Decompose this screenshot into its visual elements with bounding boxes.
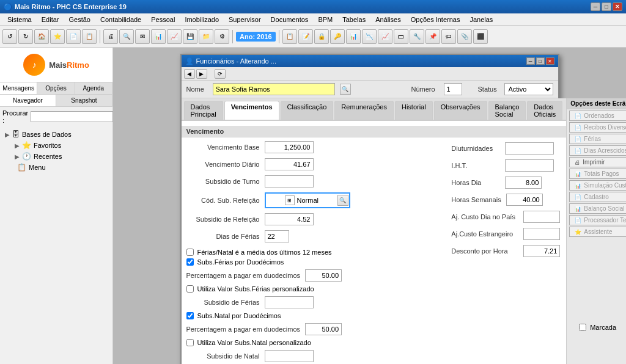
vencimento-diario-input[interactable] — [265, 158, 314, 170]
minimize-button[interactable]: ─ — [591, 2, 600, 11]
toolbar-btn-5[interactable]: 📄 — [66, 29, 81, 44]
toolbar-btn-22[interactable]: 🗃 — [394, 29, 408, 44]
panel-btn-ordenados[interactable]: 📄 Ordenados — [569, 111, 626, 121]
tab-observacoes[interactable]: Observações — [434, 101, 487, 120]
close-button[interactable]: ✕ — [613, 2, 622, 11]
panel-btn-cadastro[interactable]: 📄 Cadastro — [569, 192, 626, 202]
sidebar-tab-mensagens[interactable]: Mensagens — [0, 82, 37, 94]
menu-imobilizado[interactable]: Imobilizado — [180, 15, 224, 24]
marcada-checkbox[interactable] — [579, 324, 586, 331]
sidebar-tab-agenda[interactable]: Agenda — [75, 82, 112, 94]
dialog-maximize[interactable]: □ — [536, 57, 545, 65]
iht-input[interactable] — [505, 159, 554, 172]
toolbar-btn-10[interactable]: 📊 — [151, 29, 166, 44]
name-input[interactable] — [213, 83, 335, 95]
toolbar-btn-11[interactable]: 📈 — [167, 29, 182, 44]
dialog-toolbar-btn1[interactable]: ◀ — [184, 69, 195, 79]
tab-classificacao[interactable]: Classificação — [281, 101, 334, 120]
tab-dados-principal[interactable]: Dados Principal — [184, 101, 223, 120]
year-badge[interactable]: Ano: 2016 — [236, 32, 276, 42]
cb-utiliza-valor-natal[interactable] — [186, 339, 194, 346]
dialog-close[interactable]: ✕ — [546, 57, 554, 65]
toolbar-btn-14[interactable]: ⚙ — [215, 29, 229, 44]
cb-subs-natal[interactable] — [186, 312, 194, 319]
number-input[interactable] — [444, 83, 462, 95]
subsidio-natal-input[interactable] — [265, 350, 314, 362]
menu-sistema[interactable]: Sistema — [2, 15, 37, 24]
toolbar-btn-25[interactable]: 🏷 — [441, 29, 456, 44]
toolbar-btn-6[interactable]: 📋 — [82, 29, 97, 44]
horas-dia-input[interactable] — [505, 177, 542, 189]
tree-item-favoritos[interactable]: ▶ ⭐ Favoritos — [2, 140, 110, 151]
panel-btn-imprimir[interactable]: 🖨 Imprimir — [569, 157, 626, 167]
toolbar-btn-4[interactable]: ⭐ — [50, 29, 65, 44]
cb-subs-ferias[interactable] — [186, 258, 194, 266]
panel-btn-totais-pagos[interactable]: 📊 Totais Pagos — [569, 169, 626, 179]
panel-btn-simulacao[interactable]: 📊 Simulação Custos — [569, 180, 626, 191]
subsidio-refeicao-input[interactable] — [265, 213, 314, 225]
cb-utiliza-valor-ferias[interactable] — [186, 285, 194, 293]
desconto-hora-input[interactable] — [523, 245, 560, 257]
menu-documentos[interactable]: Documentos — [266, 15, 314, 24]
sidebar-tab-navegador[interactable]: Navegador — [0, 95, 56, 106]
subsidio-turno-input[interactable] — [265, 175, 314, 187]
panel-btn-balanco[interactable]: 📊 Balanço Social / RU — [569, 203, 626, 214]
tab-vencimentos[interactable]: Vencimentos — [224, 101, 279, 120]
tree-item-menu[interactable]: 📋 Menu — [2, 162, 110, 173]
aj-custo-estrangeiro-input[interactable] — [523, 228, 560, 240]
tab-balanco-social[interactable]: Balanço Social — [488, 101, 526, 120]
toolbar-btn-21[interactable]: 📈 — [378, 29, 392, 44]
toolbar-btn-12[interactable]: 💾 — [183, 29, 197, 44]
dias-ferias-input[interactable] — [265, 230, 289, 242]
tab-dados-oficiais[interactable]: Dados Oficiais — [527, 101, 562, 120]
tree-item-recentes[interactable]: ▶ 🕐 Recentes — [2, 151, 110, 162]
cod-sub-refeicao-lookup[interactable]: 🔍 — [337, 195, 348, 206]
cb-ferias-natal[interactable] — [186, 249, 194, 256]
subsidio-ferias-input[interactable] — [265, 296, 314, 308]
menu-supervisor[interactable]: Supervisor — [224, 15, 266, 24]
toolbar-btn-13[interactable]: 📁 — [199, 29, 213, 44]
toolbar-btn-15[interactable]: 📋 — [282, 29, 297, 44]
menu-bpm[interactable]: BPM — [313, 15, 337, 24]
tab-historial[interactable]: Historial — [395, 101, 433, 120]
toolbar-btn-27[interactable]: ⬛ — [473, 29, 488, 44]
panel-btn-recibos[interactable]: 📄 Recibos Diversos — [569, 122, 626, 133]
toolbar-btn-16[interactable]: 📝 — [298, 29, 313, 44]
vencimento-base-input[interactable] — [265, 141, 314, 153]
search-input[interactable] — [31, 111, 113, 122]
dialog-toolbar-btn2[interactable]: ▶ — [196, 69, 207, 79]
menu-gestao[interactable]: Gestão — [64, 15, 95, 24]
status-select[interactable]: Activo — [504, 83, 553, 95]
dialog-minimize[interactable]: ─ — [526, 57, 535, 65]
dialog-toolbar-btn3[interactable]: ⟳ — [215, 69, 226, 79]
toolbar-btn-2[interactable]: ↻ — [18, 29, 33, 44]
aj-custo-pais-input[interactable] — [523, 211, 560, 223]
tab-remuneracoes[interactable]: Remunerações — [334, 101, 394, 120]
toolbar-btn-19[interactable]: 📊 — [346, 29, 361, 44]
panel-btn-dias-acrescidos[interactable]: 📄 Dias Acrescidos — [569, 145, 626, 156]
toolbar-btn-20[interactable]: 📉 — [362, 29, 377, 44]
cod-sub-refeicao-input[interactable] — [267, 194, 285, 206]
horas-semanais-input[interactable] — [506, 194, 543, 206]
sidebar-tab-snapshot[interactable]: Snapshot — [56, 95, 112, 106]
toolbar-btn-23[interactable]: 🔧 — [410, 29, 424, 44]
menu-editar[interactable]: Editar — [37, 15, 64, 24]
menu-janelas[interactable]: Janelas — [465, 15, 498, 24]
maximize-button[interactable]: □ — [602, 2, 611, 11]
toolbar-btn-26[interactable]: 📎 — [457, 29, 472, 44]
menu-opcoes-internas[interactable]: Opções Internas — [406, 15, 465, 24]
toolbar-btn-1[interactable]: ↺ — [2, 29, 17, 44]
menu-pessoal[interactable]: Pessoal — [146, 15, 180, 24]
menu-contabilidade[interactable]: Contabilidade — [95, 15, 146, 24]
sidebar-tab-opcoes[interactable]: Opções — [37, 82, 75, 94]
toolbar-btn-3[interactable]: 🏠 — [34, 29, 49, 44]
menu-tabelas[interactable]: Tabelas — [337, 15, 370, 24]
toolbar-btn-8[interactable]: 🔍 — [119, 29, 134, 44]
toolbar-btn-24[interactable]: 📌 — [425, 29, 440, 44]
tree-item-bases-dados[interactable]: ▶ 🗄 Bases de Dados — [2, 129, 110, 140]
toolbar-btn-7[interactable]: 🖨 — [103, 29, 118, 44]
panel-btn-processador[interactable]: 📄 Processador Texto — [569, 215, 626, 225]
toolbar-btn-9[interactable]: ✉ — [135, 29, 150, 44]
toolbar-btn-18[interactable]: 🔑 — [330, 29, 345, 44]
name-lookup-btn[interactable]: 🔍 — [340, 84, 351, 95]
